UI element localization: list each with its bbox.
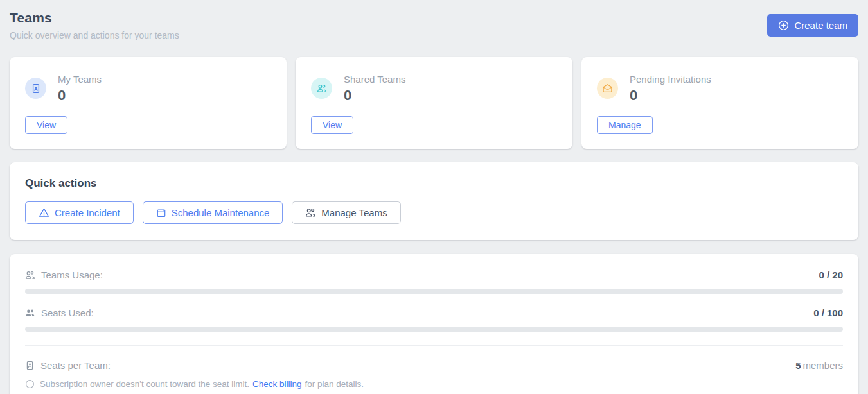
schedule-maintenance-label: Schedule Maintenance xyxy=(172,207,270,218)
quick-actions-buttons: Create Incident Schedule Maintenance Man… xyxy=(25,201,843,224)
view-shared-teams-button[interactable]: View xyxy=(311,116,353,134)
stat-label: Shared Teams xyxy=(344,74,405,85)
seats-per-team-label: Seats per Team: xyxy=(40,360,111,371)
stat-top: Shared Teams 0 xyxy=(311,74,557,103)
quick-actions-panel: Quick actions Create Incident Schedule M… xyxy=(10,162,858,240)
usage-divider xyxy=(25,345,843,346)
view-my-teams-button[interactable]: View xyxy=(25,116,67,134)
create-team-button[interactable]: Create team xyxy=(767,14,858,37)
stat-label: My Teams xyxy=(58,74,102,85)
seats-per-team-row: Seats per Team: 5members xyxy=(25,360,843,371)
seat-limit-note: Subscription owner doesn't count toward … xyxy=(25,379,843,389)
teams-usage-label: Teams Usage: xyxy=(41,270,103,280)
note-text: Subscription owner doesn't count toward … xyxy=(40,379,249,389)
manage-teams-label: Manage Teams xyxy=(321,207,387,218)
seats-per-team-value: 5members xyxy=(795,360,843,371)
schedule-maintenance-button[interactable]: Schedule Maintenance xyxy=(143,201,283,224)
seats-used-label-group: Seats Used: xyxy=(25,307,94,318)
manage-teams-button[interactable]: Manage Teams xyxy=(292,201,400,224)
teams-page: Teams Quick overview and actions for you… xyxy=(0,0,868,394)
stat-text: Pending Invitations 0 xyxy=(630,74,711,103)
id-badge-icon xyxy=(25,78,46,99)
create-team-label: Create team xyxy=(794,20,847,31)
stat-top: My Teams 0 xyxy=(25,74,271,103)
teams-usage-block: Teams Usage: 0 / 20 xyxy=(25,270,843,294)
teams-usage-progress xyxy=(25,289,843,294)
seats-per-team-number: 5 xyxy=(795,360,801,371)
page-header: Teams Quick overview and actions for you… xyxy=(10,8,858,40)
warning-icon xyxy=(39,207,49,218)
mail-open-icon xyxy=(597,78,618,99)
check-billing-link[interactable]: Check billing xyxy=(252,379,302,389)
page-header-text: Teams Quick overview and actions for you… xyxy=(10,8,179,40)
create-incident-label: Create Incident xyxy=(55,207,120,218)
seats-used-block: Seats Used: 0 / 100 xyxy=(25,307,843,332)
id-badge-icon xyxy=(25,361,35,370)
team-icon xyxy=(311,78,332,99)
stat-value: 0 xyxy=(344,89,405,103)
usage-head: Seats Used: 0 / 100 xyxy=(25,307,843,318)
seats-used-label: Seats Used: xyxy=(41,307,94,318)
stat-text: Shared Teams 0 xyxy=(344,74,405,103)
team-icon xyxy=(305,207,316,218)
seats-used-value: 0 / 100 xyxy=(813,307,843,318)
stat-label: Pending Invitations xyxy=(630,74,711,85)
teams-usage-label-group: Teams Usage: xyxy=(25,270,103,280)
seats-per-team-label-group: Seats per Team: xyxy=(25,360,111,371)
note-suffix: for plan details. xyxy=(305,379,364,389)
page-title: Teams xyxy=(10,10,179,26)
info-icon xyxy=(25,379,40,389)
seats-used-progress xyxy=(25,327,843,332)
seats-per-team-unit: members xyxy=(802,360,843,371)
usage-head: Teams Usage: 0 / 20 xyxy=(25,270,843,280)
stat-value: 0 xyxy=(630,89,711,103)
plus-circle-icon xyxy=(778,20,789,31)
stats-row: My Teams 0 View Shared Teams 0 View xyxy=(10,57,858,149)
team-outline-icon xyxy=(25,270,35,280)
pending-invitations-card: Pending Invitations 0 Manage xyxy=(581,57,858,149)
my-teams-card: My Teams 0 View xyxy=(10,57,287,149)
create-incident-button[interactable]: Create Incident xyxy=(25,201,134,224)
stat-value: 0 xyxy=(58,89,102,103)
calendar-icon xyxy=(156,208,166,218)
stat-text: My Teams 0 xyxy=(58,74,102,103)
page-subtitle: Quick overview and actions for your team… xyxy=(10,30,179,40)
quick-actions-title: Quick actions xyxy=(25,177,843,190)
shared-teams-card: Shared Teams 0 View xyxy=(296,57,572,149)
stat-top: Pending Invitations 0 xyxy=(597,74,843,103)
team-filled-icon xyxy=(25,308,35,318)
teams-usage-value: 0 / 20 xyxy=(819,270,843,280)
manage-invitations-button[interactable]: Manage xyxy=(597,116,653,134)
usage-panel: Teams Usage: 0 / 20 Seats Used: 0 / 100 xyxy=(10,254,858,394)
